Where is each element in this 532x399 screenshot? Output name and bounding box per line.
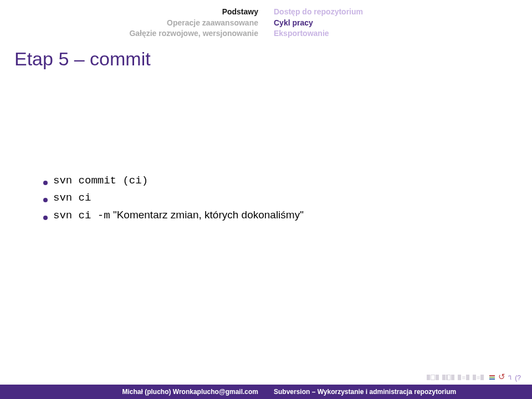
- nav-section-item[interactable]: Podstawy: [222, 7, 258, 18]
- nav-next-icon: [436, 375, 439, 380]
- list-item: svn commit (ci): [43, 172, 304, 189]
- beamer-nav-controls: ≡ ≡ ↺ ૧ (?: [427, 372, 521, 382]
- nav-box-icon: [431, 375, 435, 380]
- nav-group-frame[interactable]: [427, 375, 439, 380]
- nav-group-section[interactable]: ≡: [458, 375, 469, 380]
- nav-next-icon: [466, 375, 469, 380]
- nav-subsection-item[interactable]: Dostęp do repozytorium: [274, 7, 363, 18]
- nav-section-item[interactable]: Operacje zaawansowane: [167, 18, 258, 29]
- nav-loop-icon[interactable]: ↺: [498, 372, 505, 382]
- nav-search-icon[interactable]: ૧: [508, 373, 511, 382]
- code-text: svn ci: [53, 192, 91, 204]
- nav-prev-icon: [442, 375, 446, 380]
- list-item: svn ci: [43, 189, 304, 206]
- nav-help-icon[interactable]: (?: [515, 374, 521, 382]
- nav-color-bars-icon: [489, 375, 495, 380]
- nav-sections: Podstawy Operacje zaawansowane Gałęzie r…: [0, 7, 266, 39]
- nav-subsection-item[interactable]: Cykl pracy: [274, 18, 313, 29]
- nav-prev-icon: [473, 375, 476, 380]
- item-text: "Komentarz zmian, których dokonaliśmy": [110, 209, 304, 221]
- nav-subsections: Dostęp do repozytorium Cykl pracy Ekspor…: [266, 7, 532, 39]
- nav-prev-icon: [427, 375, 430, 380]
- nav-section-item[interactable]: Gałęzie rozwojowe, wersjonowanie: [129, 28, 258, 39]
- code-text: svn commit (ci): [53, 175, 148, 187]
- slide-title: Etap 5 – commit: [0, 44, 532, 70]
- footer-bar: Michał (plucho) Wronkaplucho@gmail.com S…: [0, 385, 532, 399]
- nav-group-subsection[interactable]: [442, 375, 454, 380]
- slide-content: svn commit (ci) svn ci svn ci -m "Koment…: [43, 172, 304, 224]
- code-text: svn ci -m: [53, 209, 110, 222]
- list-item: svn ci -m "Komentarz zmian, których doko…: [43, 207, 304, 224]
- top-navigation: Podstawy Operacje zaawansowane Gałęzie r…: [0, 0, 532, 44]
- nav-subsection-item[interactable]: Eksportowanie: [274, 28, 329, 39]
- nav-box-icon: [446, 375, 451, 380]
- nav-next-icon: [480, 375, 484, 380]
- bullet-icon: [43, 181, 48, 185]
- footer-author: Michał (plucho) Wronkaplucho@gmail.com: [0, 388, 266, 396]
- footer-title: Subversion – Wykorzystanie i administrac…: [266, 388, 532, 396]
- nav-lines-icon: ≡: [477, 376, 480, 380]
- nav-prev-icon: [458, 375, 461, 380]
- nav-lines-icon: ≡: [462, 376, 465, 380]
- bullet-icon: [43, 198, 48, 202]
- bullet-icon: [43, 216, 48, 220]
- nav-group-doc[interactable]: ≡: [473, 375, 484, 380]
- nav-next-icon: [451, 375, 454, 380]
